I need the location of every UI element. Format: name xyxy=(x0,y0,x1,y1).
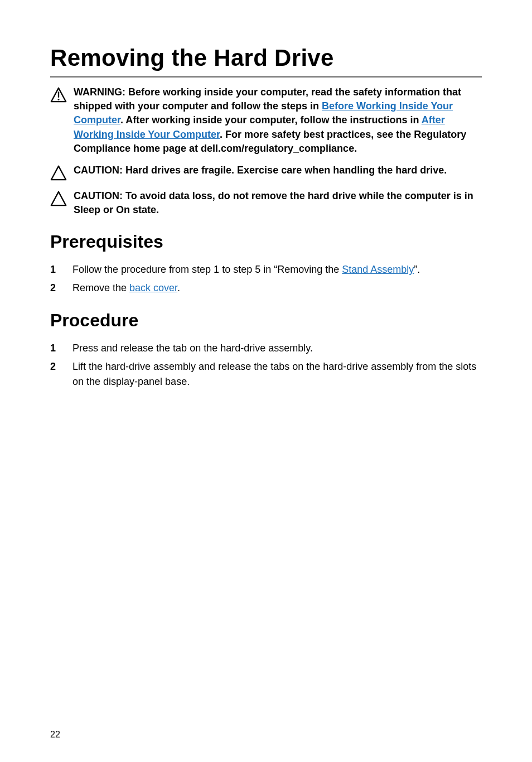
list-item: Lift the hard-drive assembly and release… xyxy=(72,359,482,389)
list-item: Follow the procedure from step 1 to step… xyxy=(72,262,482,277)
prereq1-pre: Follow the procedure from step 1 to step… xyxy=(72,264,342,275)
caution1-text: CAUTION: Hard drives are fragile. Exerci… xyxy=(74,163,482,177)
list-item: Press and release the tab on the hard-dr… xyxy=(72,341,482,356)
prereq2-post: . xyxy=(177,282,180,293)
caution-icon xyxy=(50,165,67,181)
list-item: Remove the back cover. xyxy=(72,281,482,296)
caution1-block: CAUTION: Hard drives are fragile. Exerci… xyxy=(50,163,482,181)
svg-marker-3 xyxy=(51,166,66,180)
warning-mid1: . After working inside your computer, fo… xyxy=(120,114,422,126)
warning-icon xyxy=(50,86,67,103)
caution-icon xyxy=(50,190,67,207)
warning-text: WARNING: Before working inside your comp… xyxy=(74,85,482,156)
prereq1-post: ”. xyxy=(414,264,420,275)
procedure-heading: Procedure xyxy=(50,310,482,331)
link-back-cover[interactable]: back cover xyxy=(129,282,177,293)
caution2-text: CAUTION: To avoid data loss, do not remo… xyxy=(74,189,482,217)
svg-point-2 xyxy=(58,99,60,100)
svg-marker-4 xyxy=(51,192,66,205)
prereq2-pre: Remove the xyxy=(72,282,129,293)
page-number: 22 xyxy=(50,730,60,740)
prerequisites-list: Follow the procedure from step 1 to step… xyxy=(50,262,482,296)
warning-block: WARNING: Before working inside your comp… xyxy=(50,85,482,156)
caution2-block: CAUTION: To avoid data loss, do not remo… xyxy=(50,189,482,217)
prerequisites-heading: Prerequisites xyxy=(50,232,482,252)
link-stand-assembly[interactable]: Stand Assembly xyxy=(342,264,414,275)
procedure-list: Press and release the tab on the hard-dr… xyxy=(50,341,482,389)
page-title: Removing the Hard Drive xyxy=(50,45,482,78)
